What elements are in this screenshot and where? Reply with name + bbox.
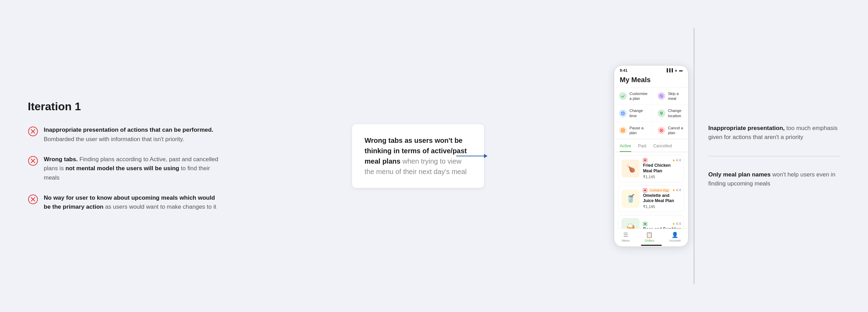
- meal-list: 🍗 ★ 4.4 Fried ChickenMeal Plan: [614, 152, 688, 228]
- change-time-label: Changetime: [629, 108, 643, 118]
- change-location-label: Changelocation: [668, 108, 682, 118]
- issue-list: Inappropriate presentation of actions th…: [28, 125, 222, 211]
- issue-text-3: No way for user to know about upcoming m…: [44, 193, 222, 212]
- account-nav-label: Account: [669, 239, 681, 242]
- issue-item-1: Inappropriate presentation of actions th…: [28, 125, 222, 144]
- non-veg-dot-2: [644, 189, 646, 191]
- action-pause[interactable]: Pause aplan: [614, 122, 653, 139]
- meal-top-row-1: ★ 4.4: [643, 158, 681, 162]
- customise-label: Customisea plan: [629, 91, 648, 101]
- non-veg-dot-1: [644, 159, 646, 161]
- action-skip[interactable]: Skip ameal: [653, 88, 688, 105]
- meal-card-3[interactable]: 🍛 ★ 4.4 Dosa and Sambhar: [618, 215, 684, 229]
- cancel-icon: [658, 127, 665, 134]
- issue-item-2: Wrong tabs. Finding plans according to A…: [28, 155, 222, 182]
- right-note-text-1: Inappropriate presentation, too much emp…: [708, 124, 840, 142]
- menu-nav-icon: ☰: [623, 232, 628, 238]
- issue-text-2: Wrong tabs. Finding plans according to A…: [44, 155, 222, 182]
- nav-menu[interactable]: ☰ Menu: [622, 232, 630, 242]
- x-circle-icon-3: [28, 194, 38, 205]
- change-time-icon: [619, 110, 627, 117]
- meal-image-1: 🍗: [621, 159, 640, 177]
- orders-nav-icon: 📋: [646, 232, 653, 238]
- signal-icon: ▐▐▐: [666, 68, 673, 72]
- rating-value-2: 4.4: [676, 188, 681, 192]
- status-bar: 9:41 ▐▐▐ ▲ ▬: [614, 66, 688, 74]
- meal-image-2: 🥤: [621, 190, 640, 208]
- cancel-label: Cancel aplan: [668, 125, 683, 136]
- page-container: Iteration 1 Inappropriate presentation o…: [0, 0, 868, 312]
- veg-icon-3: [643, 222, 647, 226]
- home-indicator: [614, 244, 688, 246]
- meal-name-3: Dosa and Sambhar: [643, 227, 681, 228]
- wifi-icon: ▲: [674, 68, 678, 72]
- phone-tabs: Active Past Cancelled: [614, 141, 688, 152]
- x-circle-icon-1: [28, 126, 38, 137]
- phone-time: 9:41: [620, 68, 627, 72]
- phone-section: 9:41 ▐▐▐ ▲ ▬ My Meals Customisea plan: [614, 65, 694, 247]
- rating-value-3: 4.4: [676, 222, 681, 226]
- issue-bold-2: Wrong tabs.: [44, 156, 78, 163]
- veg-icon-1: [643, 158, 647, 162]
- meal-card-2[interactable]: 🥤 Contains Egg ★ 4.4: [618, 185, 684, 212]
- meal-top-row-3: ★ 4.4: [643, 222, 681, 226]
- rating-value-1: 4.4: [676, 158, 681, 162]
- bottom-nav: ☰ Menu 📋 Orders 👤 Account: [614, 228, 688, 244]
- iteration-title: Iteration 1: [28, 100, 222, 113]
- svg-rect-15: [621, 129, 625, 132]
- battery-icon: ▬: [679, 68, 683, 72]
- veg-dot-3: [644, 223, 646, 225]
- contains-egg-label: Contains Egg: [649, 188, 670, 192]
- meal-name-2: Omelette andJuice Meal Plan: [643, 193, 681, 204]
- action-grid: Customisea plan Skip ameal Changetime: [614, 88, 688, 140]
- skip-icon: [658, 92, 665, 100]
- veg-icon-2: [643, 188, 647, 192]
- left-panel: Iteration 1 Inappropriate presentation o…: [28, 100, 222, 211]
- phone-frame: 9:41 ▐▐▐ ▲ ▬ My Meals Customisea plan: [614, 65, 688, 247]
- skip-label: Skip ameal: [668, 91, 679, 101]
- action-change-location[interactable]: Changelocation: [653, 105, 688, 122]
- issue-emphasis-2: not mental model the users will be using: [65, 165, 179, 172]
- nav-orders[interactable]: 📋 Orders: [645, 232, 654, 242]
- arrow-container: [456, 154, 487, 158]
- tab-active[interactable]: Active: [620, 141, 631, 152]
- svg-line-10: [660, 95, 662, 97]
- issue-bold-3: No way for user to know about upcoming m…: [44, 194, 215, 210]
- x-circle-icon-2: [28, 156, 38, 166]
- meal-price-2: ₹1,145: [643, 205, 681, 209]
- right-panel: Inappropriate presentation, too much emp…: [694, 110, 840, 202]
- status-icons: ▐▐▐ ▲ ▬: [666, 68, 683, 72]
- meal-image-3: 🍛: [621, 218, 640, 229]
- meal-rating-2: ★ 4.4: [672, 188, 681, 192]
- right-note-text-2: Only meal plan names won't help users ev…: [708, 170, 840, 189]
- phone-header-title: My Meals: [620, 76, 683, 84]
- star-icon-2: ★: [672, 188, 675, 192]
- meal-rating-3: ★ 4.4: [672, 222, 681, 226]
- phone-header: My Meals: [614, 74, 688, 88]
- meal-top-row-2: Contains Egg ★ 4.4: [643, 188, 681, 192]
- account-nav-icon: 👤: [671, 232, 678, 238]
- meal-price-1: ₹1,145: [643, 175, 681, 179]
- home-bar: [641, 245, 662, 246]
- right-note-bold-2: Only meal plan names: [708, 171, 771, 178]
- menu-nav-label: Menu: [622, 239, 630, 242]
- orders-nav-label: Orders: [645, 239, 654, 242]
- right-note-1: Inappropriate presentation, too much emp…: [708, 110, 840, 156]
- star-icon-3: ★: [672, 222, 675, 226]
- tab-cancelled[interactable]: Cancelled: [653, 141, 672, 152]
- meal-info-1: ★ 4.4 Fried ChickenMeal Plan ₹1,145: [643, 158, 681, 179]
- action-change-time[interactable]: Changetime: [614, 105, 653, 122]
- customise-icon: [619, 92, 627, 100]
- meal-card-1[interactable]: 🍗 ★ 4.4 Fried ChickenMeal Plan: [618, 155, 684, 182]
- middle-section: Wrong tabs as users won't be thinking in…: [222, 124, 614, 188]
- action-cancel[interactable]: Cancel aplan: [653, 122, 688, 139]
- pause-label: Pause aplan: [629, 125, 643, 136]
- action-customise[interactable]: Customisea plan: [614, 88, 653, 105]
- change-location-icon: [658, 110, 665, 117]
- star-icon-1: ★: [672, 158, 675, 162]
- nav-account[interactable]: 👤 Account: [669, 232, 681, 242]
- arrow-shaft: [456, 156, 484, 156]
- tab-past[interactable]: Past: [638, 141, 646, 152]
- pause-icon: [619, 127, 627, 134]
- arrow-head: [484, 154, 487, 158]
